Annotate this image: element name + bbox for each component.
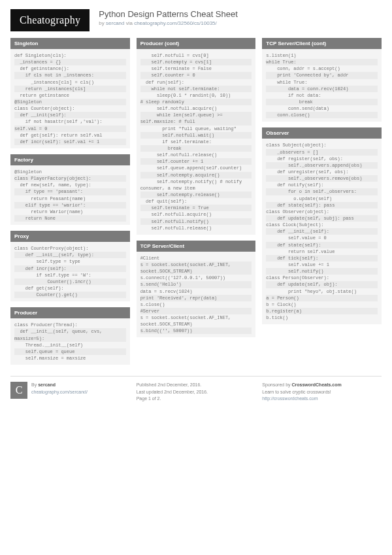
footer-col-3: Sponsored by CrosswordCheats.com Learn t… bbox=[262, 382, 382, 403]
code-block: class CounterProxy(object): def __init__… bbox=[10, 245, 130, 298]
card-producer-cont: Producer (cont) self.notfull = cvs[0] se… bbox=[137, 38, 256, 235]
footer-col-2: Published 2nd December, 2016. Last updat… bbox=[137, 382, 256, 403]
card-body: class CounterProxy(object): def __init__… bbox=[10, 242, 130, 301]
card-header: Proxy bbox=[10, 231, 130, 242]
column-3: TCP Server/Client (cont) s.listen(1)whil… bbox=[262, 38, 382, 371]
card-header: Factory bbox=[10, 154, 130, 165]
card-header: TCP Server/Client bbox=[137, 241, 256, 252]
code-block: class Producer(Thread): def __init__(sel… bbox=[10, 322, 130, 362]
footer-by: By bbox=[31, 382, 38, 387]
code-block: @Singletonclass PlayerFactory(object): d… bbox=[10, 169, 130, 222]
header: Cheatography Python Design Patterns Chea… bbox=[10, 9, 382, 31]
card-observer: Observer class Subject(object): _observe… bbox=[262, 127, 382, 324]
footer-logo-icon: C bbox=[10, 382, 27, 399]
footer-col-1: C By sercand cheatography.com/sercand/ bbox=[10, 382, 130, 403]
card-factory: Factory @Singletonclass PlayerFactory(ob… bbox=[10, 154, 130, 225]
author-link[interactable]: sercand bbox=[106, 20, 124, 26]
footer-sponsor-name: CrosswordCheats.com bbox=[292, 382, 342, 387]
code-block: self.notfull = cvs[0] self.notempty = cv… bbox=[137, 52, 256, 231]
footer-sponsor-url[interactable]: http://crosswordcheats.com bbox=[262, 396, 318, 401]
card-body: def Singleton(cls): _instances = {} def … bbox=[10, 49, 130, 148]
card-header: Observer bbox=[262, 127, 382, 139]
page: Cheatography Python Design Patterns Chea… bbox=[0, 0, 392, 411]
card-body: s.listen(1)while True: conn, addr = s.ac… bbox=[262, 49, 382, 122]
byline: by sercand via cheatography.com/32560/cs… bbox=[99, 20, 237, 26]
footer-updated: Last updated 2nd December, 2016. bbox=[137, 390, 208, 394]
card-proxy: Proxy class CounterProxy(object): def __… bbox=[10, 231, 130, 301]
card-tcp: TCP Server/Client #Clients = socket.sock… bbox=[137, 241, 256, 338]
source-link[interactable]: cheatography.com/32560/cs/10035/ bbox=[134, 20, 217, 26]
card-header: Producer bbox=[10, 307, 130, 318]
site-logo: Cheatography bbox=[10, 9, 90, 31]
column-1: Singleton def Singleton(cls): _instances… bbox=[10, 38, 130, 371]
footer-published: Published 2nd December, 2016. bbox=[137, 382, 202, 387]
footer-author: sercand bbox=[38, 382, 56, 387]
card-body: #Clients = socket.socket(socket.AF_INET,… bbox=[137, 252, 256, 338]
card-producer: Producer class Producer(Thread): def __i… bbox=[10, 307, 130, 365]
code-block: #Clients = socket.socket(socket.AF_INET,… bbox=[137, 255, 256, 335]
column-2: Producer (cont) self.notfull = cvs[0] se… bbox=[137, 38, 256, 371]
card-header: TCP Server/Client (cont) bbox=[262, 38, 382, 49]
card-body: class Subject(object): _observers = [] d… bbox=[262, 139, 382, 324]
card-body: class Producer(Thread): def __init__(sel… bbox=[10, 318, 130, 365]
card-body: self.notfull = cvs[0] self.notempty = cv… bbox=[137, 49, 256, 235]
footer-author-url[interactable]: cheatography.com/sercand/ bbox=[31, 390, 88, 394]
page-title: Python Design Patterns Cheat Sheet bbox=[99, 9, 237, 19]
footer-page: Page 1 of 2. bbox=[137, 396, 161, 401]
card-header: Producer (cont) bbox=[137, 38, 256, 49]
code-block: s.listen(1)while True: conn, addr = s.ac… bbox=[262, 52, 382, 118]
code-block: def Singleton(cls): _instances = {} def … bbox=[10, 52, 130, 145]
card-body: @Singletonclass PlayerFactory(object): d… bbox=[10, 165, 130, 225]
card-tcp-cont: TCP Server/Client (cont) s.listen(1)whil… bbox=[262, 38, 382, 122]
card-header: Singleton bbox=[10, 38, 130, 49]
card-singleton: Singleton def Singleton(cls): _instances… bbox=[10, 38, 130, 148]
byline-via: via bbox=[125, 20, 135, 26]
columns: Singleton def Singleton(cls): _instances… bbox=[10, 38, 382, 371]
title-block: Python Design Patterns Cheat Sheet by se… bbox=[99, 9, 237, 26]
footer-sponsor-tag: Learn to solve cryptic crosswords! bbox=[262, 390, 331, 394]
code-block: class Subject(object): _observers = [] d… bbox=[262, 142, 382, 321]
footer-sponsor-label: Sponsored by bbox=[262, 382, 291, 387]
footer: C By sercand cheatography.com/sercand/ P… bbox=[10, 376, 382, 403]
byline-by: by bbox=[99, 20, 106, 26]
